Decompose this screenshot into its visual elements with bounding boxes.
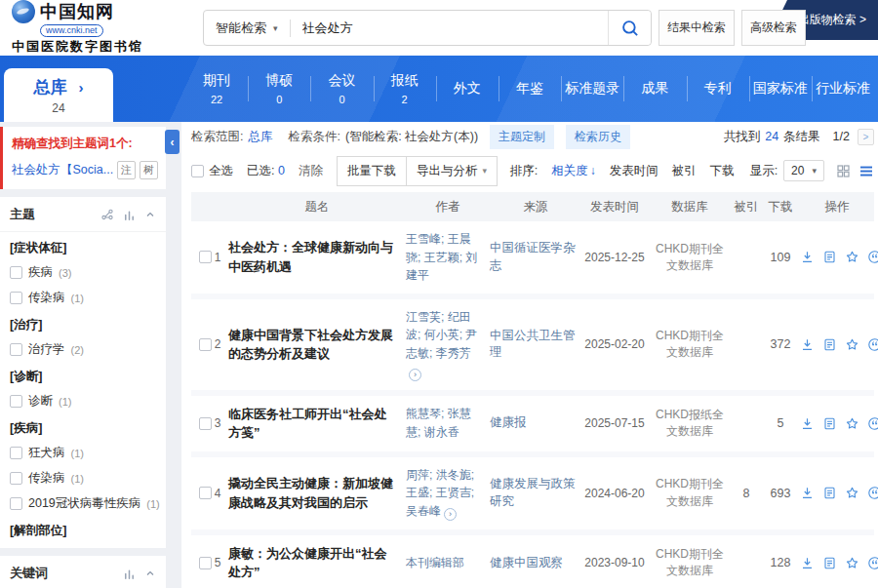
read-online-icon[interactable]: [822, 337, 837, 352]
result-download-count[interactable]: 128: [761, 556, 800, 569]
favorite-star-icon[interactable]: [845, 250, 859, 264]
read-online-icon[interactable]: [822, 250, 837, 264]
result-download-count[interactable]: 5: [761, 416, 800, 430]
nav-item[interactable]: 成果: [623, 76, 686, 101]
sort-option[interactable]: 下载: [710, 163, 735, 179]
nav-item[interactable]: 年鉴: [499, 76, 561, 101]
result-authors[interactable]: 本刊编辑部: [406, 556, 464, 569]
checkbox-icon[interactable]: [10, 292, 22, 304]
grid-view-icon[interactable]: [836, 164, 851, 178]
citation-quote-icon[interactable]: [867, 556, 878, 570]
citation-quote-icon[interactable]: [867, 250, 878, 264]
checkbox-icon[interactable]: [191, 165, 204, 177]
search-input[interactable]: [291, 20, 608, 35]
search-button[interactable]: [608, 11, 651, 45]
result-title-link[interactable]: 康敏：为公众健康开出“社会处方”: [228, 544, 406, 582]
sidebar-collapse-button[interactable]: ‹: [165, 130, 180, 154]
favorite-star-icon[interactable]: [845, 337, 859, 352]
batch-download-button[interactable]: 批量下载: [337, 156, 407, 186]
filter-item[interactable]: 传染病 (1): [0, 464, 166, 490]
result-source-link[interactable]: 健康发展与政策研究: [490, 476, 581, 510]
filter-item[interactable]: 传染病 (1): [0, 284, 166, 309]
result-title-link[interactable]: 健康中国背景下社会处方发展的态势分析及建议: [228, 326, 406, 364]
cnki-logo[interactable]: 中国知网 www.cnki.net 中国医院数字图书馆: [0, 0, 191, 56]
filter-item[interactable]: 诊断 (1): [0, 387, 166, 412]
sort-option[interactable]: 发表时间: [610, 163, 658, 179]
result-source-link[interactable]: 中国公共卫生管理: [490, 328, 581, 362]
filter-item[interactable]: 治疗学 (2): [0, 335, 166, 361]
clear-selection-button[interactable]: 清除: [299, 163, 323, 179]
select-all-checkbox[interactable]: 全选: [191, 163, 233, 179]
bar-chart-icon[interactable]: [123, 209, 136, 221]
checkbox-icon[interactable]: [10, 343, 22, 356]
result-source-link[interactable]: 健康报: [490, 414, 581, 432]
result-cited-count[interactable]: 8: [732, 487, 761, 500]
nav-item[interactable]: 期刊 22: [185, 68, 248, 109]
favorite-star-icon[interactable]: [845, 486, 859, 500]
citation-quote-icon[interactable]: [867, 486, 878, 500]
result-download-count[interactable]: 109: [761, 251, 800, 264]
sort-option[interactable]: 被引: [672, 163, 697, 179]
result-authors[interactable]: 周萍; 洪冬旎; 王盛; 王贤吉; 吴春峰: [406, 468, 474, 518]
citation-quote-icon[interactable]: [867, 416, 878, 431]
sort-option[interactable]: 相关度: [551, 163, 588, 179]
read-online-icon[interactable]: [822, 416, 837, 431]
result-source-link[interactable]: 健康中国观察: [490, 555, 581, 572]
nav-item[interactable]: 国家标准: [749, 76, 812, 101]
download-icon[interactable]: [800, 337, 815, 352]
publication-search-link[interactable]: 出版物检索 >: [798, 12, 866, 28]
favorite-star-icon[interactable]: [845, 556, 859, 570]
relation-map-icon[interactable]: [100, 208, 114, 221]
search-in-results-button[interactable]: 结果中检索: [658, 10, 735, 46]
nav-item[interactable]: 报纸 2: [374, 68, 436, 109]
subject-term-link[interactable]: 社会处方【Socia...: [12, 162, 113, 178]
citation-quote-icon[interactable]: [867, 337, 878, 352]
nav-item[interactable]: 会议 0: [310, 68, 373, 109]
nav-item[interactable]: 外文: [436, 76, 499, 101]
result-title-link[interactable]: 临床医务社工师开出“社会处方笺”: [228, 405, 406, 443]
download-icon[interactable]: [800, 250, 815, 264]
scope-value-link[interactable]: 总库: [248, 129, 272, 145]
nav-item[interactable]: 博硕 0: [248, 68, 310, 109]
row-checkbox[interactable]: [199, 487, 212, 499]
expand-authors-icon[interactable]: ›: [444, 508, 457, 521]
result-download-count[interactable]: 693: [761, 487, 800, 500]
filter-item[interactable]: 狂犬病 (1): [0, 439, 166, 464]
collapse-section-icon[interactable]: [144, 209, 156, 220]
export-analyze-button[interactable]: 导出与分析 ▾: [407, 156, 498, 186]
nav-item[interactable]: 标准题录: [561, 76, 623, 101]
result-source-link[interactable]: 中国循证医学杂志: [490, 240, 581, 274]
read-online-icon[interactable]: [822, 486, 837, 500]
checkbox-icon[interactable]: [10, 472, 22, 485]
search-history-button[interactable]: 检索历史: [566, 125, 630, 149]
row-checkbox[interactable]: [199, 557, 212, 569]
row-checkbox[interactable]: [199, 338, 212, 351]
result-authors[interactable]: 王雪峰; 王晨骁; 王艺颖; 刘建平: [406, 232, 477, 282]
filter-item[interactable]: 疾病 (3): [0, 258, 166, 284]
download-icon[interactable]: [800, 556, 815, 570]
download-icon[interactable]: [800, 486, 815, 500]
result-title-link[interactable]: 社会处方：全球健康新动向与中医药机遇: [228, 238, 406, 276]
page-size-select[interactable]: 20 ▾: [783, 160, 824, 181]
search-mode-dropdown[interactable]: 智能检索 ▾: [204, 20, 290, 37]
advanced-search-button[interactable]: 高级检索: [741, 10, 806, 46]
topic-customize-button[interactable]: 主题定制: [490, 125, 554, 149]
result-download-count[interactable]: 372: [761, 337, 800, 351]
nav-tab-total-library[interactable]: 总库 › 24: [4, 68, 113, 122]
expand-authors-icon[interactable]: ›: [409, 369, 421, 381]
note-button[interactable]: 注: [117, 161, 136, 179]
result-title-link[interactable]: 撬动全民主动健康：新加坡健康战略及其对我国的启示: [228, 474, 406, 512]
favorite-star-icon[interactable]: [845, 416, 859, 431]
read-online-icon[interactable]: [822, 556, 837, 570]
nav-item[interactable]: 专利: [687, 76, 749, 101]
result-authors[interactable]: 熊慧琴; 张慧慧; 谢永香: [406, 407, 471, 439]
checkbox-icon[interactable]: [10, 395, 22, 408]
result-authors[interactable]: 江雪芙; 纪田波; 何小英; 尹志敏; 李秀芳: [406, 310, 477, 360]
bar-chart-icon[interactable]: [123, 568, 136, 580]
next-page-button[interactable]: >: [858, 129, 874, 145]
filter-item[interactable]: 2019冠状病毒性疾病 (1): [0, 490, 166, 515]
row-checkbox[interactable]: [199, 251, 212, 263]
checkbox-icon[interactable]: [10, 266, 22, 279]
checkbox-icon[interactable]: [10, 447, 22, 459]
nav-item[interactable]: 行业标准: [812, 76, 874, 101]
